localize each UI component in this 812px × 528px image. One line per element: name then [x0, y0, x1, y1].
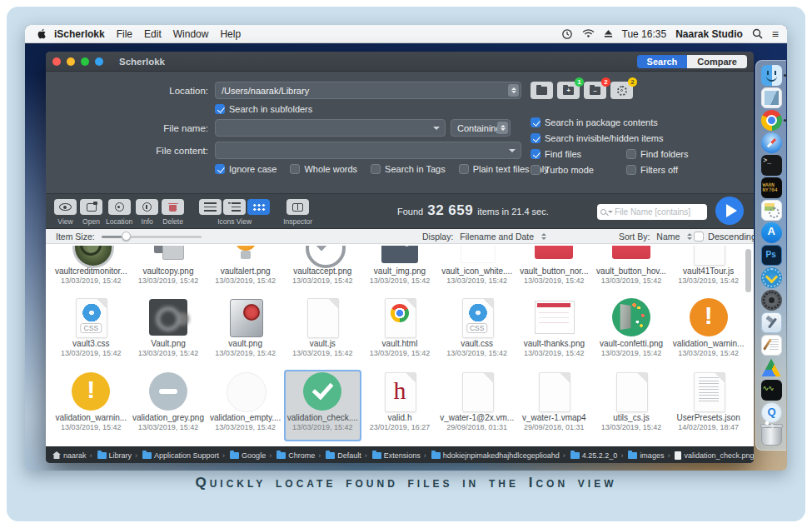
sort-value[interactable]: Name: [656, 232, 680, 242]
dock-item[interactable]: [761, 425, 782, 446]
notification-center-icon[interactable]: ≡: [772, 27, 779, 41]
file-item[interactable]: valid.h 23/01/2019, 16:27: [361, 370, 439, 441]
dock-item[interactable]: [761, 177, 782, 198]
mode-tab[interactable]: Compare: [687, 55, 747, 68]
file-item[interactable]: vault3.css 13/03/2019, 15:42: [52, 296, 130, 367]
match-mode-select[interactable]: Containing: [451, 119, 511, 137]
dock-item[interactable]: [761, 357, 782, 378]
location-action-button[interactable]: + 1: [557, 82, 580, 99]
file-item[interactable]: vault_img.png 13/03/2019, 15:42: [361, 246, 439, 293]
file-name-field[interactable]: [215, 119, 446, 137]
file-item[interactable]: UserPresets.json 14/02/2019, 18:47: [670, 370, 747, 441]
search-option-checkbox[interactable]: Turbo mode: [531, 165, 626, 175]
toolbar-button[interactable]: [108, 199, 131, 215]
file-item[interactable]: vaultalert.png 13/03/2019, 15:42: [207, 246, 284, 293]
dock-item[interactable]: [761, 132, 782, 153]
subfolders-checkbox[interactable]: Search in subfolders: [215, 104, 312, 114]
breadcrumb-item[interactable]: Application Support: [135, 451, 219, 460]
location-action-button[interactable]: [531, 82, 553, 99]
menu-item[interactable]: Window: [173, 28, 209, 40]
icons-view-button[interactable]: [247, 199, 270, 215]
dock-item[interactable]: [761, 380, 782, 401]
chevron-down-icon[interactable]: [509, 149, 516, 156]
dock-item[interactable]: [761, 245, 782, 266]
file-item[interactable]: validation_warnin... 13/03/2019, 15:42: [52, 370, 130, 441]
toolbar-button[interactable]: [136, 199, 158, 215]
file-item[interactable]: validation_warnin... 13/03/2019, 15:42: [670, 296, 747, 367]
file-item[interactable]: utils_cs.js 13/03/2019, 15:42: [593, 370, 670, 441]
checkbox-box[interactable]: [290, 164, 300, 174]
display-value[interactable]: Filename and Date: [460, 232, 534, 242]
file-item[interactable]: vault_icon_white.... 13/03/2019, 15:42: [438, 246, 516, 293]
mode-tab[interactable]: Search: [637, 55, 688, 68]
checkbox-box[interactable]: [626, 165, 636, 175]
item-size-slider[interactable]: [102, 236, 202, 238]
content-option-checkbox[interactable]: Whole words: [290, 164, 357, 174]
file-item[interactable]: vault-confetti.png 13/03/2019, 15:42: [593, 296, 670, 367]
menu-item[interactable]: Help: [220, 28, 241, 40]
toolbar-button[interactable]: [162, 199, 184, 215]
breadcrumb-item[interactable]: naarak: [52, 451, 87, 460]
checkbox-box[interactable]: [531, 133, 541, 143]
display-stepper[interactable]: [541, 232, 548, 242]
file-item[interactable]: vaultcreditmonitor... 13/03/2019, 15:42: [52, 246, 130, 293]
checkbox-box[interactable]: [459, 164, 469, 174]
menu-app-name[interactable]: iScherlokk: [54, 28, 105, 40]
location-field[interactable]: [215, 82, 521, 99]
minimize-window-button[interactable]: [67, 57, 75, 66]
breadcrumb-item[interactable]: hdokiejnpimakedhajhdlcegeplioahd: [424, 451, 560, 460]
file-item[interactable]: vaultcopy.png 13/03/2019, 15:42: [130, 246, 207, 293]
search-option-checkbox[interactable]: Search in package contents: [531, 117, 722, 127]
content-option-checkbox[interactable]: Ignore case: [215, 164, 276, 174]
checkbox-box[interactable]: [215, 164, 225, 174]
start-search-button[interactable]: [715, 197, 744, 225]
location-action-button[interactable]: 2: [610, 82, 633, 99]
file-content-field[interactable]: [215, 142, 521, 159]
checkbox-box[interactable]: [371, 164, 381, 174]
checkbox-box[interactable]: [531, 149, 541, 159]
descending-checkbox[interactable]: Descending: [694, 232, 754, 242]
file-item[interactable]: v_water-1.vmap4 29/09/2018, 01:31: [516, 370, 593, 441]
file-item[interactable]: vault-thanks.png 13/03/2019, 15:42: [516, 296, 593, 367]
file-item[interactable]: vault41Tour.js 13/03/2019, 15:42: [670, 246, 747, 293]
apple-menu-icon[interactable]: [37, 27, 47, 40]
search-option-checkbox[interactable]: Find files: [531, 149, 626, 159]
file-item[interactable]: v_water-1@2x.vm... 29/09/2018, 01:31: [438, 370, 516, 441]
search-option-checkbox[interactable]: Filters off: [626, 165, 722, 175]
menu-clock[interactable]: Tue 16:35: [622, 28, 667, 40]
grid-scrollbar[interactable]: [745, 249, 751, 292]
dock-item[interactable]: [761, 65, 782, 86]
file-item[interactable]: vaultaccept.png 13/03/2019, 15:42: [284, 246, 361, 293]
search-option-checkbox[interactable]: Find folders: [626, 149, 722, 159]
search-icon[interactable]: [752, 28, 763, 39]
chevron-down-icon[interactable]: [433, 127, 440, 133]
file-item[interactable]: validation_check.... 13/03/2019, 15:42: [284, 370, 361, 441]
dock-item[interactable]: [761, 200, 782, 221]
breadcrumb-item[interactable]: Google: [222, 451, 266, 460]
menu-item[interactable]: File: [117, 28, 132, 40]
menu-item[interactable]: Edit: [144, 28, 162, 40]
checkbox-box[interactable]: [626, 149, 636, 159]
checkbox-box[interactable]: [531, 117, 541, 127]
toolbar-button[interactable]: [80, 199, 102, 215]
file-item[interactable]: vault.css 13/03/2019, 15:42: [438, 296, 516, 367]
checkbox-box[interactable]: [215, 104, 225, 114]
dock-item[interactable]: [761, 155, 782, 176]
location-action-button[interactable]: – 2: [584, 82, 606, 99]
dock-item[interactable]: [761, 335, 782, 356]
zoom-window-button[interactable]: [81, 57, 89, 66]
file-item[interactable]: vault.html 13/03/2019, 15:42: [361, 296, 439, 367]
menu-user[interactable]: Naarak Studio: [675, 28, 743, 40]
file-item[interactable]: vault_button_hov... 13/03/2019, 15:42: [593, 246, 670, 293]
dock-item[interactable]: [761, 110, 782, 131]
breadcrumb-item[interactable]: Extensions: [365, 451, 421, 460]
filter-field[interactable]: [597, 204, 707, 220]
file-item[interactable]: validation_empty.... 13/03/2019, 15:42: [207, 370, 284, 441]
file-item[interactable]: Vault.png 13/03/2019, 15:42: [130, 296, 207, 367]
dock-item[interactable]: [761, 312, 782, 333]
file-item[interactable]: vault_button_nor... 13/03/2019, 15:42: [516, 246, 593, 293]
dock-item[interactable]: [761, 87, 782, 108]
extra-window-button[interactable]: [95, 57, 103, 66]
dock-item[interactable]: [761, 267, 782, 288]
eject-icon[interactable]: [604, 29, 613, 38]
